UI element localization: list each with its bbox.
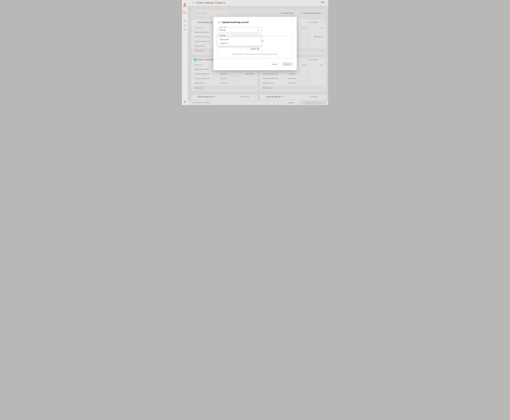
row-total: – xyxy=(305,45,323,47)
row-total: – xyxy=(305,31,323,33)
total-amount-value: – xyxy=(322,50,322,52)
svg-text:aws: aws xyxy=(321,1,324,3)
dimension-price: $8,000.00 xyxy=(272,73,296,75)
card-header-right: Last metering -- xyxy=(309,95,324,98)
top-header: Create metering: Product 1 aws xyxy=(188,0,328,6)
download-history-label: Download history xyxy=(282,12,294,14)
dropdown-caret-icon xyxy=(258,30,259,31)
sidebar-workspace-badge[interactable]: FO xyxy=(182,11,186,15)
card-company-name: Cloud Storage Sec xyxy=(266,96,281,98)
download-metering-icon[interactable] xyxy=(322,59,324,60)
column-header-total: Total xyxy=(310,64,323,66)
upload-icon xyxy=(302,12,303,14)
card-company-name: Cloud Storage Sec xyxy=(198,96,213,98)
modal-title: Upload metering record xyxy=(222,21,249,24)
download-metering-icon[interactable] xyxy=(254,96,255,98)
column-header-total: Total xyxy=(310,27,323,29)
triangle-icon xyxy=(184,24,186,26)
column-header-dimensions: Dimensions xyxy=(194,64,202,66)
select-format-label: Select format xyxy=(219,27,227,28)
card-company-name: Rubicon Technologi xyxy=(198,59,214,61)
dimension-name: Ut labore et dolor mai… xyxy=(194,40,211,42)
cloud-security-icon xyxy=(194,21,196,24)
back-button[interactable] xyxy=(192,2,194,4)
page-title: Create metering: Product 1 xyxy=(196,1,225,4)
user-avatar[interactable]: G xyxy=(183,101,186,103)
menu-item-label: Using API xyxy=(220,43,227,44)
row-total: $320,000.00 xyxy=(237,73,254,75)
total-amount-value: – xyxy=(253,87,254,89)
download-metering-icon[interactable] xyxy=(322,96,324,98)
select-format-value: CSV file xyxy=(219,29,226,31)
upload-a-file-button[interactable]: Upload a file xyxy=(248,47,262,51)
clear-form-button[interactable]: Clear form xyxy=(286,101,296,105)
menu-item-csv-file[interactable]: CSV file xyxy=(218,34,261,38)
dimension-price: $8,000.00 xyxy=(204,73,228,75)
column-header-dimensions: Dimensions xyxy=(194,27,202,29)
row-total: – xyxy=(305,78,323,79)
select-format-field[interactable]: Select format CSV file xyxy=(218,27,261,33)
submit-metering-record-button[interactable]: Submit metering record xyxy=(300,101,326,105)
menu-item-label: CSV file xyxy=(220,35,225,37)
dimension-name: Aliquat enim ad xyxy=(263,82,273,84)
row-total: $320,000.00 xyxy=(305,36,323,38)
dimension-name: Adipiscing elit sed do xyxy=(194,68,209,70)
arrow-left-icon xyxy=(192,2,194,4)
external-link-icon[interactable] xyxy=(282,96,284,98)
search-icon[interactable] xyxy=(227,12,229,15)
sidebar-item-square[interactable] xyxy=(182,29,188,30)
last-metering-label: Last metering -- xyxy=(309,22,319,23)
total-to-be-metered-label: Total amount to be metered -- xyxy=(192,102,212,103)
row-total: – xyxy=(305,73,323,75)
card-header-right: Last metering -- xyxy=(309,21,324,24)
dimension-name: Aliquat enim ad xyxy=(194,45,205,47)
external-link-icon xyxy=(228,43,229,44)
chevron-down-icon xyxy=(322,13,323,13)
bottom-action-bar: Total amount to be metered -- Clear form… xyxy=(188,100,328,105)
total-amount-row: Total amount– xyxy=(261,85,325,90)
row-total: – xyxy=(237,78,254,79)
dimension-price: $11,000.00 xyxy=(204,78,228,79)
upload-record-label: Upload metering record xyxy=(304,12,320,14)
sidebar: FO G xyxy=(182,0,188,105)
aws-logo: aws xyxy=(321,1,325,5)
sidebar-item-circle[interactable] xyxy=(182,20,188,22)
submit-button[interactable]: Submit xyxy=(282,62,293,66)
total-amount-label: Total amount xyxy=(263,87,272,89)
square-icon xyxy=(184,29,186,30)
column-header-quantity: Quantity xyxy=(296,64,312,66)
download-icon xyxy=(279,12,281,14)
last-metering-label: Last metering -- xyxy=(309,96,319,98)
total-amount-label: Total amount xyxy=(194,87,203,89)
close-icon[interactable] xyxy=(289,20,292,23)
upload-metering-record-button[interactable]: Upload metering record xyxy=(298,11,326,15)
column-header-quantity: Quantity xyxy=(296,27,312,29)
cloud-security-icon xyxy=(194,96,196,98)
dimension-price: $15,000.00 xyxy=(204,82,228,84)
card-header: Cloud Storage SecLast metering -- xyxy=(260,95,326,99)
search-input[interactable] xyxy=(193,11,231,15)
row-total: – xyxy=(237,82,254,84)
rubicon-logo-icon xyxy=(194,58,196,61)
dimension-name: Aliquat enim ad xyxy=(194,82,205,84)
row-total: – xyxy=(305,40,323,42)
row-total: – xyxy=(305,68,323,70)
last-metering-label: Last metering -- xyxy=(309,59,319,60)
menu-item-label: MS Excel file xyxy=(220,39,229,40)
dimension-name: Eiusmod tempor incid… xyxy=(194,36,211,38)
menu-item-using-api[interactable]: Using API xyxy=(218,41,261,45)
card-header: Cloud Storage SecLast metering -- xyxy=(192,95,258,99)
dimension-price: $11,000.00 xyxy=(272,78,296,79)
cancel-button[interactable]: Cancel xyxy=(269,62,280,66)
total-amount-label: Total amount xyxy=(194,50,203,52)
modal-upload-icon-badge xyxy=(218,21,221,24)
download-metering-icon[interactable] xyxy=(322,22,324,23)
cloud-security-icon xyxy=(262,96,265,98)
card-company-name: Cloud Storage Sec xyxy=(198,21,213,23)
dimension-price: $15,000.00 xyxy=(272,82,296,84)
menu-item-ms-excel-file[interactable]: MS Excel file xyxy=(218,38,261,41)
external-link-icon[interactable] xyxy=(214,96,215,98)
sidebar-item-triangle[interactable] xyxy=(182,24,188,26)
download-history-button[interactable]: Download history xyxy=(277,11,296,15)
app-screen: FO G Create metering: Product 1 aws xyxy=(182,0,328,105)
